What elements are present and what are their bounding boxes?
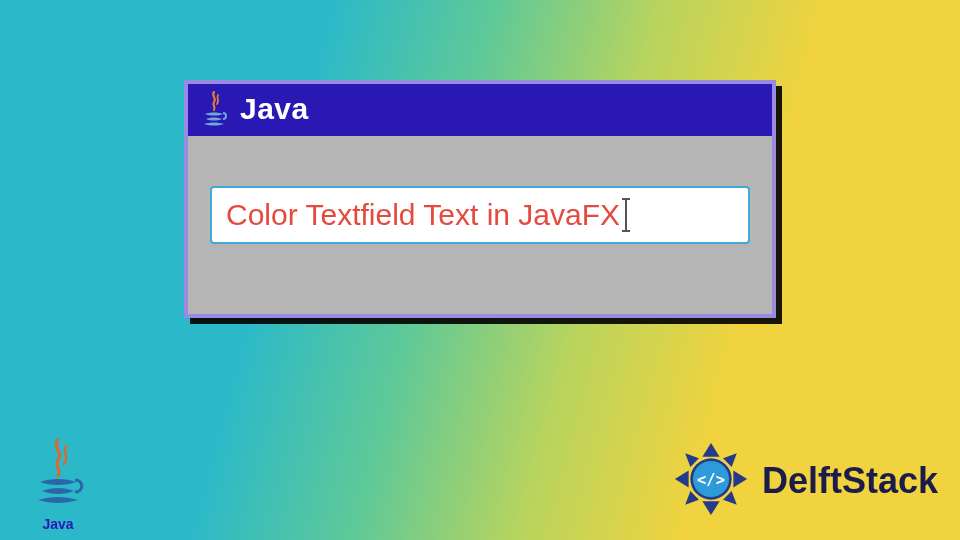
app-window: Java Color Textfield Text in JavaFX <box>184 80 776 318</box>
java-logo-icon <box>28 438 88 514</box>
window-title: Java <box>240 92 309 126</box>
window-client-area: Color Textfield Text in JavaFX <box>188 136 772 314</box>
titlebar[interactable]: Java <box>188 84 772 136</box>
delftstack-logo-icon: </> <box>668 436 754 526</box>
textfield-value: Color Textfield Text in JavaFX <box>226 198 620 232</box>
color-textfield[interactable]: Color Textfield Text in JavaFX <box>210 186 750 244</box>
svg-text:</>: </> <box>697 471 725 489</box>
delftstack-brand-corner: </> DelftStack <box>668 436 938 526</box>
java-brand-corner: Java <box>28 438 88 532</box>
text-caret-icon <box>622 198 632 232</box>
java-brand-label: Java <box>42 516 73 532</box>
delftstack-brand-label: DelftStack <box>762 460 938 502</box>
java-logo-icon <box>198 90 230 128</box>
app-window-shadow-wrap: Java Color Textfield Text in JavaFX <box>184 80 776 318</box>
